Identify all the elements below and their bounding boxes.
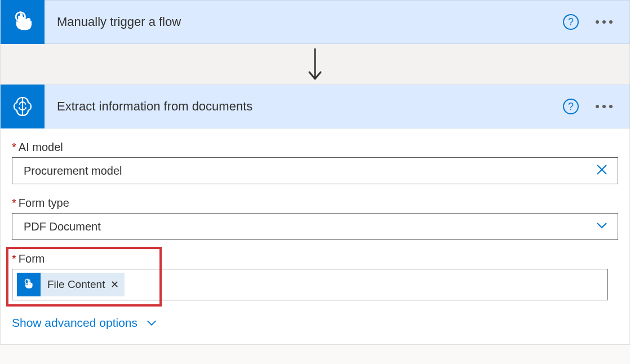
- form-input[interactable]: File Content ✕: [12, 269, 608, 300]
- arrow-down-icon: [307, 47, 323, 81]
- action-card-body: *AI model Procurement model *Form type P…: [0, 128, 630, 345]
- ai-model-input[interactable]: Procurement model: [12, 157, 618, 184]
- form-type-value: PDF Document: [19, 220, 593, 233]
- ai-model-value: Procurement model: [19, 165, 593, 177]
- action-icon-tile: [1, 85, 45, 128]
- form-type-label: *Form type: [12, 197, 618, 210]
- help-icon[interactable]: ?: [563, 14, 579, 30]
- ai-model-field: *AI model Procurement model: [12, 141, 618, 184]
- form-type-select[interactable]: PDF Document: [12, 213, 618, 240]
- touch-icon: [10, 10, 35, 34]
- trigger-title: Manually trigger a flow: [45, 15, 563, 29]
- flow-connector: [0, 44, 630, 85]
- token-label: File Content: [47, 278, 105, 291]
- file-content-token[interactable]: File Content ✕: [17, 273, 125, 296]
- help-icon[interactable]: ?: [563, 99, 579, 114]
- trigger-icon-tile: [1, 0, 45, 44]
- show-advanced-options-link[interactable]: Show advanced options: [12, 313, 158, 330]
- chevron-down-icon: [145, 317, 158, 329]
- form-type-field: *Form type PDF Document: [12, 197, 618, 240]
- more-menu-icon[interactable]: [596, 20, 613, 24]
- ai-model-label: *AI model: [12, 141, 618, 154]
- form-label: *Form: [12, 252, 618, 265]
- touch-icon: [17, 273, 41, 296]
- chevron-down-icon[interactable]: [593, 219, 611, 235]
- action-title: Extract information from documents: [45, 99, 563, 114]
- more-menu-icon[interactable]: [596, 105, 613, 108]
- brain-icon: [9, 93, 36, 120]
- action-card-header[interactable]: Extract information from documents ?: [0, 85, 630, 128]
- form-field: *Form File Content ✕: [12, 252, 618, 300]
- remove-token-icon[interactable]: ✕: [110, 278, 119, 291]
- clear-icon[interactable]: [593, 162, 611, 180]
- trigger-card-header[interactable]: Manually trigger a flow ?: [0, 0, 630, 44]
